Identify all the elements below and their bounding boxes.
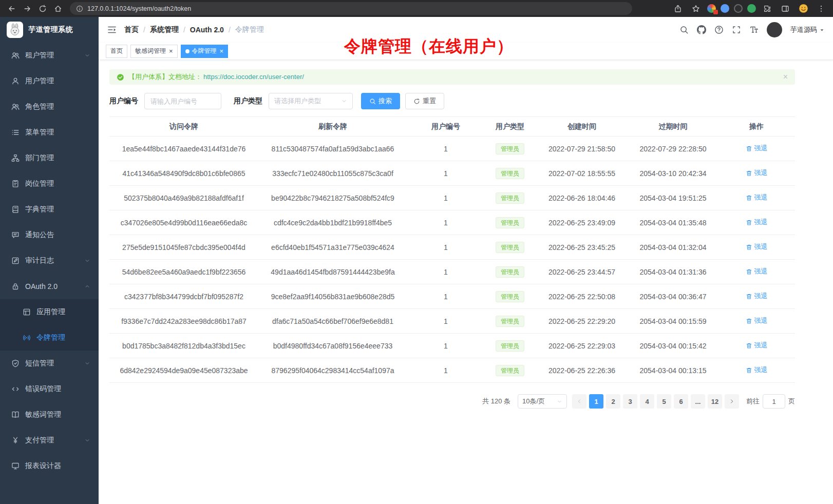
font-size-icon[interactable] [749, 25, 759, 34]
site-info-icon[interactable] [76, 5, 83, 12]
sidebar: 芋道管理系统 租户管理用户管理角色管理菜单管理部门管理岗位管理字典管理通知公告审… [0, 17, 99, 504]
force-logout-button[interactable]: 强退 [746, 365, 768, 375]
help-icon[interactable] [714, 25, 724, 34]
sidebar-item-error-code[interactable]: 错误码管理 [0, 376, 99, 402]
app-logo[interactable]: 芋道管理系统 [0, 17, 99, 43]
sidebar-toggle-icon[interactable] [107, 25, 117, 35]
extension-1-icon[interactable] [707, 4, 716, 13]
sidebar-item-report-designer[interactable]: 报表设计器 [0, 453, 99, 479]
book-icon [11, 205, 20, 214]
breadcrumb-item[interactable]: 首页 [124, 25, 139, 34]
bookmark-star-icon[interactable] [689, 2, 703, 15]
page-button-12[interactable]: 12 [708, 394, 722, 409]
page-size-select[interactable]: 10条/页 [518, 394, 567, 409]
force-logout-button[interactable]: 强退 [746, 144, 768, 153]
page-button-6[interactable]: 6 [674, 394, 688, 409]
delete-icon [746, 268, 752, 275]
sidebar-item-oauth2-app[interactable]: 应用管理 [0, 299, 99, 325]
tab-token[interactable]: 令牌管理× [181, 45, 229, 58]
extensions-puzzle-icon[interactable] [761, 2, 774, 15]
user-id-cell: 1 [407, 358, 484, 383]
force-logout-button[interactable]: 强退 [746, 341, 768, 350]
tab-sensitive-word[interactable]: 敏感词管理× [130, 45, 178, 58]
next-page-button[interactable] [725, 394, 739, 409]
extension-3-icon[interactable] [734, 4, 743, 13]
sidebar-item-audit-log[interactable]: 审计日志 [0, 248, 99, 274]
sidebar-item-user[interactable]: 用户管理 [0, 68, 99, 94]
home-icon[interactable] [51, 2, 65, 15]
column-header: 过期时间 [628, 117, 718, 137]
tab-close-icon[interactable]: × [220, 48, 224, 54]
sidebar-item-pay[interactable]: 支付管理 [0, 428, 99, 453]
goto-page-input[interactable] [763, 394, 785, 409]
browser-profile-avatar[interactable] [797, 2, 810, 15]
alert-close-icon[interactable]: × [783, 73, 788, 81]
page-button-5[interactable]: 5 [657, 394, 671, 409]
github-icon[interactable] [697, 25, 706, 34]
reload-icon[interactable] [36, 2, 49, 15]
user-type-placeholder: 请选择用户类型 [274, 96, 321, 106]
sidebar-item-post[interactable]: 岗位管理 [0, 171, 99, 197]
sidebar-item-notice[interactable]: 通知公告 [0, 222, 99, 248]
sidebar-item-menu[interactable]: 菜单管理 [0, 120, 99, 145]
extension-4-icon[interactable] [747, 4, 756, 13]
user-type-tag: 管理员 [496, 316, 524, 327]
doc-link[interactable]: https://doc.iocoder.cn/user-center/ [203, 73, 304, 81]
breadcrumb-item[interactable]: OAuth 2.0 [190, 26, 224, 34]
create-time-cell: 2022-06-25 23:45:25 [536, 235, 628, 260]
sidebar-item-oauth2[interactable]: OAuth 2.0 [0, 274, 99, 299]
column-header: 用户编号 [407, 117, 484, 137]
sidebar-item-label: 菜单管理 [25, 128, 54, 137]
expire-time-cell: 2054-03-04 00:36:47 [628, 284, 718, 309]
reset-button[interactable]: 重置 [405, 93, 444, 109]
column-header: 访问令牌 [109, 117, 258, 137]
sidebar-item-oauth2-token[interactable]: 令牌管理 [0, 325, 99, 351]
force-logout-button[interactable]: 强退 [746, 168, 768, 178]
user-id-label: 用户编号 [109, 96, 138, 106]
browser-menu-icon[interactable] [815, 2, 828, 15]
fullscreen-icon[interactable] [732, 25, 741, 34]
force-logout-button[interactable]: 强退 [746, 316, 768, 325]
breadcrumb-item[interactable]: 系统管理 [150, 25, 179, 34]
force-logout-button[interactable]: 强退 [746, 218, 768, 227]
page-button-4[interactable]: 4 [640, 394, 654, 409]
side-panel-icon[interactable] [779, 2, 792, 15]
create-time-cell: 2022-07-02 18:55:55 [536, 161, 628, 186]
user-id-input[interactable] [144, 93, 221, 109]
force-logout-button[interactable]: 强退 [746, 292, 768, 301]
search-button[interactable]: 搜索 [361, 93, 400, 109]
force-logout-button[interactable]: 强退 [746, 267, 768, 276]
tab-close-icon[interactable]: × [169, 48, 173, 54]
user-menu[interactable]: 芋道源码 [790, 25, 825, 34]
user-type-select[interactable]: 请选择用户类型 [269, 93, 353, 109]
user-avatar[interactable] [767, 22, 782, 37]
prev-page-button[interactable] [572, 394, 586, 409]
pager: 123456...12 [572, 394, 739, 409]
openbook-icon [11, 411, 20, 419]
tab-home[interactable]: 首页 [106, 45, 127, 58]
sidebar-item-dept[interactable]: 部门管理 [0, 145, 99, 171]
share-icon[interactable] [671, 2, 685, 15]
page-button-1[interactable]: 1 [589, 394, 603, 409]
extension-2-icon[interactable] [721, 4, 729, 13]
tab-label: 首页 [110, 47, 123, 55]
page-button-3[interactable]: 3 [623, 394, 637, 409]
search-icon[interactable] [679, 25, 689, 34]
sidebar-item-tenant[interactable]: 租户管理 [0, 43, 99, 68]
create-time-cell: 2022-06-25 23:44:57 [536, 260, 628, 284]
expire-time-cell: 2054-03-04 19:51:25 [628, 186, 718, 210]
table-row: f9336e7c7dd242a283ee98dc86b17a87dfa6c71a… [109, 309, 795, 334]
forward-icon[interactable] [21, 2, 34, 15]
sidebar-item-role[interactable]: 角色管理 [0, 94, 99, 120]
address-bar[interactable]: 127.0.0.1:1024/system/oauth2/token [70, 2, 632, 15]
sidebar-item-sensitive-word[interactable]: 敏感词管理 [0, 402, 99, 428]
page-button-2[interactable]: 2 [606, 394, 620, 409]
back-icon[interactable] [5, 2, 18, 15]
force-logout-button[interactable]: 强退 [746, 242, 768, 251]
sidebar-item-dict[interactable]: 字典管理 [0, 197, 99, 222]
page-ellipsis[interactable]: ... [691, 394, 705, 409]
sidebar-item-sms[interactable]: 短信管理 [0, 351, 99, 376]
create-time-cell: 2022-06-25 22:29:03 [536, 334, 628, 358]
delete-icon [746, 244, 752, 250]
force-logout-button[interactable]: 强退 [746, 193, 768, 202]
